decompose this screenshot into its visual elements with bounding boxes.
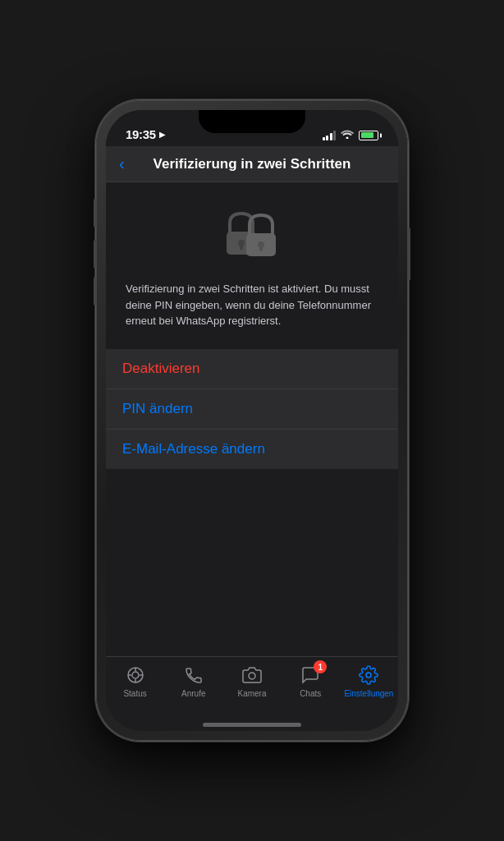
location-icon: ▶ [159, 130, 166, 139]
lock-icon [223, 207, 281, 264]
chats-tab-icon: 1 [299, 664, 322, 687]
change-pin-item[interactable]: PIN ändern [106, 389, 398, 430]
back-chevron-icon: ‹ [119, 154, 125, 173]
chats-tab-label: Chats [300, 689, 321, 698]
change-email-item[interactable]: E-Mail-Adresse ändern [106, 430, 398, 469]
home-bar [203, 723, 301, 727]
tab-kamera[interactable]: Kamera [222, 664, 281, 698]
wifi-icon [341, 129, 354, 141]
change-pin-label: PIN ändern [122, 401, 193, 416]
home-indicator [106, 724, 398, 731]
status-tab-label: Status [123, 689, 146, 698]
anrufe-tab-icon [182, 664, 205, 687]
tab-anrufe[interactable]: Anrufe [164, 664, 222, 698]
battery-icon [359, 131, 378, 140]
einstellungen-tab-label: Einstellungen [344, 689, 393, 698]
deactivate-label: Deaktivieren [122, 361, 200, 376]
svg-point-7 [132, 672, 139, 678]
tab-status[interactable]: Status [106, 664, 164, 698]
signal-bars [323, 131, 337, 140]
kamera-tab-icon [241, 664, 263, 687]
phone-screen: 19:35 ▶ [106, 110, 398, 731]
nav-bar: ‹ Verifizierung in zwei Schritten [106, 146, 398, 182]
main-content: Verifizierung in zwei Schritten ist akti… [106, 182, 398, 656]
description-text: Verifizierung in zwei Schritten ist akti… [106, 281, 398, 349]
svg-rect-3 [240, 243, 243, 250]
tab-chats[interactable]: 1 Chats [282, 664, 340, 698]
nav-title: Verifizierung in zwei Schritten [153, 156, 351, 172]
phone-frame: 19:35 ▶ [96, 100, 408, 741]
einstellungen-tab-icon [357, 664, 380, 687]
back-button[interactable]: ‹ [119, 155, 125, 173]
svg-rect-5 [259, 245, 263, 251]
change-email-label: E-Mail-Adresse ändern [122, 441, 265, 457]
lock-icon-area [106, 182, 398, 281]
anrufe-tab-label: Anrufe [181, 689, 205, 698]
svg-point-13 [366, 673, 371, 678]
tab-bar: Status Anrufe Kamera [106, 656, 398, 724]
svg-point-12 [249, 673, 255, 679]
tab-einstellungen[interactable]: Einstellungen [340, 664, 398, 698]
status-time: 19:35 [126, 127, 156, 141]
status-tab-icon [124, 664, 147, 687]
deactivate-item[interactable]: Deaktivieren [106, 349, 398, 389]
kamera-tab-label: Kamera [238, 689, 267, 698]
chats-badge: 1 [314, 660, 327, 673]
status-icons [323, 129, 379, 141]
notch [199, 110, 305, 133]
menu-section: Deaktivieren PIN ändern E-Mail-Adresse ä… [106, 349, 398, 469]
